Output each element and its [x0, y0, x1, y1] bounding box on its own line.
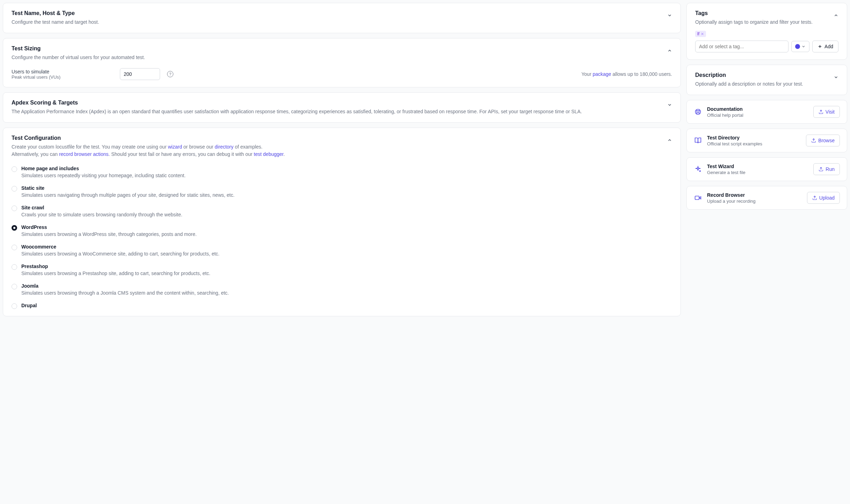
resource-card: Test Directory Official test script exam… [686, 129, 847, 152]
config-option[interactable]: PrestashopSimulates users browsing a Pre… [12, 264, 672, 276]
option-desc: Simulates users browsing a WordPress sit… [21, 231, 197, 237]
option-label: Static site [21, 185, 235, 191]
upload-icon [819, 109, 823, 114]
tag-label: lf [697, 31, 699, 36]
section-subtitle: Optionally assign tags to organize and f… [695, 19, 813, 26]
lifebuoy-icon [694, 108, 702, 116]
resource-card: Record Browser Upload a your recording U… [686, 186, 847, 210]
radio-icon [12, 225, 17, 231]
color-picker[interactable] [791, 41, 809, 52]
allowance-text: Your package allows up to 180,000 users. [582, 71, 672, 77]
apdex-header[interactable]: Apdex Scoring & Targets The Application … [12, 100, 672, 115]
section-title: Test Configuration [12, 135, 285, 141]
users-help: Peak virtual users (VUs) [12, 74, 113, 80]
option-desc: Simulates users repeatedly visiting your… [21, 173, 186, 178]
option-label: Woocommerce [21, 244, 219, 250]
test-config-section: Test Configuration Create your custom lo… [3, 128, 681, 316]
option-label: Drupal [21, 303, 37, 308]
video-icon [694, 194, 702, 202]
svg-line-5 [699, 113, 700, 114]
section-subtitle: The Application Performance Index (Apdex… [12, 108, 582, 115]
option-label: WordPress [21, 224, 197, 230]
svg-line-6 [699, 110, 700, 111]
option-desc: Simulates users browsing a Prestashop si… [21, 271, 210, 276]
radio-icon [12, 284, 17, 289]
section-title: Apdex Scoring & Targets [12, 100, 582, 106]
section-title: Description [695, 72, 803, 78]
record-link[interactable]: record browser actions [59, 151, 109, 157]
radio-icon [12, 186, 17, 192]
radio-icon [12, 206, 17, 211]
test-sizing-section: Test Sizing Configure the number of virt… [3, 38, 681, 87]
description-header[interactable]: Description Optionally add a description… [695, 72, 838, 88]
resource-desc: Upload a your recording [707, 199, 802, 204]
sparkle-icon [694, 165, 702, 173]
radio-icon [12, 166, 17, 172]
resource-action-button[interactable]: Browse [806, 135, 840, 146]
apdex-section: Apdex Scoring & Targets The Application … [3, 92, 681, 123]
tag-input[interactable] [695, 41, 788, 52]
section-subtitle: Configure the test name and target host. [12, 19, 99, 26]
plus-icon [817, 44, 822, 49]
upload-icon [812, 195, 817, 200]
config-option[interactable]: Site crawlCrawls your site to simulate u… [12, 205, 672, 217]
test-name-header[interactable]: Test Name, Host & Type Configure the tes… [12, 10, 672, 26]
option-desc: Simulates users navigating through multi… [21, 192, 235, 198]
upload-icon [819, 167, 823, 172]
section-subtitle: Optionally add a description or notes fo… [695, 80, 803, 88]
tags-header[interactable]: Tags Optionally assign tags to organize … [695, 10, 838, 26]
resource-title: Record Browser [707, 192, 802, 198]
book-icon [694, 136, 702, 145]
option-desc: Simulates users browsing through a Jooml… [21, 290, 229, 296]
svg-line-7 [696, 113, 697, 114]
tag-chip[interactable]: lf✕ [695, 31, 706, 37]
resource-action-button[interactable]: Run [813, 163, 840, 175]
svg-line-4 [696, 110, 697, 111]
wizard-link[interactable]: wizard [168, 144, 182, 150]
section-title: Test Sizing [12, 45, 145, 52]
add-tag-button[interactable]: Add [812, 41, 838, 52]
resource-action-button[interactable]: Upload [807, 192, 840, 204]
option-label: Home page and includes [21, 166, 186, 171]
test-config-header[interactable]: Test Configuration Create your custom lo… [12, 135, 672, 158]
radio-icon [12, 264, 17, 270]
option-desc: Crawls your site to simulate users brows… [21, 212, 182, 217]
package-link[interactable]: package [593, 71, 611, 77]
chevron-up-icon [834, 13, 838, 18]
description-section: Description Optionally add a description… [686, 65, 847, 95]
chevron-down-icon [667, 13, 672, 18]
config-option[interactable]: WordPressSimulates users browsing a Word… [12, 224, 672, 237]
resource-desc: Official help portal [707, 113, 808, 118]
option-label: Prestashop [21, 264, 210, 269]
debugger-link[interactable]: test debugger [254, 151, 283, 157]
users-input[interactable] [120, 68, 160, 80]
resource-title: Test Directory [707, 135, 801, 141]
resource-action-button[interactable]: Visit [813, 106, 840, 118]
resource-desc: Official test script examples [707, 141, 801, 146]
test-sizing-header[interactable]: Test Sizing Configure the number of virt… [12, 45, 672, 61]
chevron-down-icon [801, 44, 806, 49]
config-option[interactable]: JoomlaSimulates users browsing through a… [12, 283, 672, 296]
config-option[interactable]: Static siteSimulates users navigating th… [12, 185, 672, 198]
section-subtitle: Create your custom locustfile for the te… [12, 143, 285, 158]
resource-desc: Generate a test file [707, 170, 808, 175]
tags-section: Tags Optionally assign tags to organize … [686, 3, 847, 60]
chevron-down-icon [667, 102, 672, 107]
directory-link[interactable]: directory [215, 144, 233, 150]
remove-tag-icon[interactable]: ✕ [701, 32, 704, 36]
radio-icon [12, 245, 17, 250]
upload-icon [811, 138, 816, 143]
config-option[interactable]: Home page and includesSimulates users re… [12, 166, 672, 178]
config-option[interactable]: Drupal [12, 303, 672, 309]
chevron-up-icon [667, 48, 672, 53]
resource-card: Documentation Official help portal Visit [686, 100, 847, 124]
help-icon[interactable]: ? [167, 71, 173, 77]
svg-rect-11 [695, 196, 699, 200]
section-title: Tags [695, 10, 813, 16]
chevron-up-icon [667, 138, 672, 143]
test-name-section: Test Name, Host & Type Configure the tes… [3, 3, 681, 33]
resource-title: Documentation [707, 106, 808, 112]
chevron-down-icon [834, 75, 838, 80]
option-label: Site crawl [21, 205, 182, 210]
config-option[interactable]: WoocommerceSimulates users browsing a Wo… [12, 244, 672, 257]
